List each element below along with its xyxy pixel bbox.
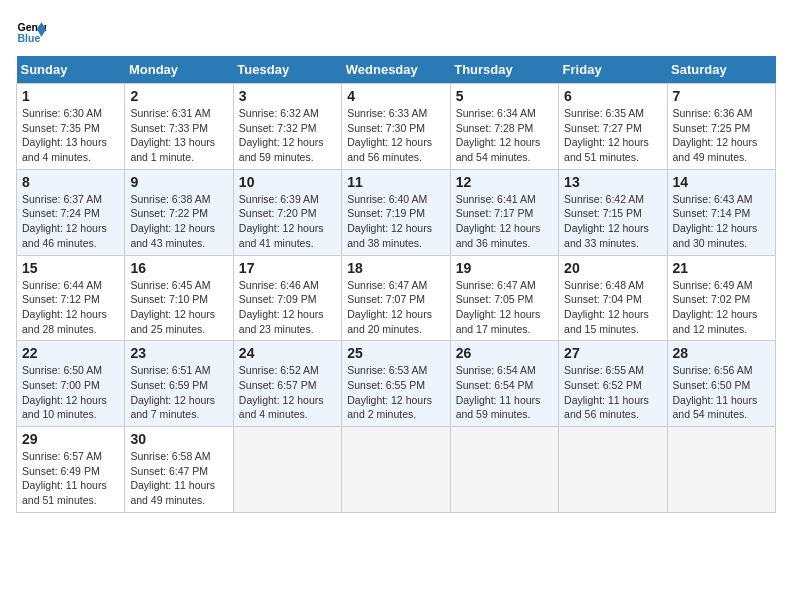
day-number: 28: [673, 345, 770, 361]
day-number: 5: [456, 88, 553, 104]
calendar-day-30: 30Sunrise: 6:58 AMSunset: 6:47 PMDayligh…: [125, 427, 233, 513]
col-header-wednesday: Wednesday: [342, 56, 450, 84]
calendar-day-2: 2Sunrise: 6:31 AMSunset: 7:33 PMDaylight…: [125, 84, 233, 170]
calendar-empty: [233, 427, 341, 513]
col-header-tuesday: Tuesday: [233, 56, 341, 84]
day-info: Sunrise: 6:34 AMSunset: 7:28 PMDaylight:…: [456, 106, 553, 165]
day-info: Sunrise: 6:58 AMSunset: 6:47 PMDaylight:…: [130, 449, 227, 508]
calendar-day-8: 8Sunrise: 6:37 AMSunset: 7:24 PMDaylight…: [17, 169, 125, 255]
col-header-friday: Friday: [559, 56, 667, 84]
calendar-day-24: 24Sunrise: 6:52 AMSunset: 6:57 PMDayligh…: [233, 341, 341, 427]
day-info: Sunrise: 6:46 AMSunset: 7:09 PMDaylight:…: [239, 278, 336, 337]
day-info: Sunrise: 6:44 AMSunset: 7:12 PMDaylight:…: [22, 278, 119, 337]
calendar-day-7: 7Sunrise: 6:36 AMSunset: 7:25 PMDaylight…: [667, 84, 775, 170]
calendar-day-19: 19Sunrise: 6:47 AMSunset: 7:05 PMDayligh…: [450, 255, 558, 341]
calendar-day-29: 29Sunrise: 6:57 AMSunset: 6:49 PMDayligh…: [17, 427, 125, 513]
calendar-day-25: 25Sunrise: 6:53 AMSunset: 6:55 PMDayligh…: [342, 341, 450, 427]
calendar-day-17: 17Sunrise: 6:46 AMSunset: 7:09 PMDayligh…: [233, 255, 341, 341]
day-info: Sunrise: 6:52 AMSunset: 6:57 PMDaylight:…: [239, 363, 336, 422]
day-number: 7: [673, 88, 770, 104]
day-number: 16: [130, 260, 227, 276]
day-info: Sunrise: 6:36 AMSunset: 7:25 PMDaylight:…: [673, 106, 770, 165]
day-number: 21: [673, 260, 770, 276]
day-info: Sunrise: 6:49 AMSunset: 7:02 PMDaylight:…: [673, 278, 770, 337]
day-number: 6: [564, 88, 661, 104]
calendar-day-9: 9Sunrise: 6:38 AMSunset: 7:22 PMDaylight…: [125, 169, 233, 255]
svg-text:Blue: Blue: [18, 32, 41, 44]
day-info: Sunrise: 6:47 AMSunset: 7:07 PMDaylight:…: [347, 278, 444, 337]
day-number: 10: [239, 174, 336, 190]
day-info: Sunrise: 6:47 AMSunset: 7:05 PMDaylight:…: [456, 278, 553, 337]
day-info: Sunrise: 6:55 AMSunset: 6:52 PMDaylight:…: [564, 363, 661, 422]
day-info: Sunrise: 6:43 AMSunset: 7:14 PMDaylight:…: [673, 192, 770, 251]
calendar-day-1: 1Sunrise: 6:30 AMSunset: 7:35 PMDaylight…: [17, 84, 125, 170]
day-info: Sunrise: 6:31 AMSunset: 7:33 PMDaylight:…: [130, 106, 227, 165]
day-info: Sunrise: 6:53 AMSunset: 6:55 PMDaylight:…: [347, 363, 444, 422]
logo-icon: General Blue: [16, 16, 46, 46]
day-number: 18: [347, 260, 444, 276]
calendar-day-11: 11Sunrise: 6:40 AMSunset: 7:19 PMDayligh…: [342, 169, 450, 255]
calendar-day-28: 28Sunrise: 6:56 AMSunset: 6:50 PMDayligh…: [667, 341, 775, 427]
calendar-table: SundayMondayTuesdayWednesdayThursdayFrid…: [16, 56, 776, 513]
day-info: Sunrise: 6:56 AMSunset: 6:50 PMDaylight:…: [673, 363, 770, 422]
page-header: General Blue: [16, 16, 776, 46]
logo: General Blue: [16, 16, 46, 46]
day-number: 3: [239, 88, 336, 104]
calendar-day-16: 16Sunrise: 6:45 AMSunset: 7:10 PMDayligh…: [125, 255, 233, 341]
day-info: Sunrise: 6:38 AMSunset: 7:22 PMDaylight:…: [130, 192, 227, 251]
day-number: 13: [564, 174, 661, 190]
day-number: 27: [564, 345, 661, 361]
day-info: Sunrise: 6:32 AMSunset: 7:32 PMDaylight:…: [239, 106, 336, 165]
day-number: 2: [130, 88, 227, 104]
calendar-empty: [342, 427, 450, 513]
calendar-day-22: 22Sunrise: 6:50 AMSunset: 7:00 PMDayligh…: [17, 341, 125, 427]
day-info: Sunrise: 6:57 AMSunset: 6:49 PMDaylight:…: [22, 449, 119, 508]
calendar-day-3: 3Sunrise: 6:32 AMSunset: 7:32 PMDaylight…: [233, 84, 341, 170]
day-number: 17: [239, 260, 336, 276]
day-number: 24: [239, 345, 336, 361]
calendar-day-20: 20Sunrise: 6:48 AMSunset: 7:04 PMDayligh…: [559, 255, 667, 341]
day-number: 14: [673, 174, 770, 190]
col-header-monday: Monday: [125, 56, 233, 84]
day-number: 8: [22, 174, 119, 190]
calendar-day-26: 26Sunrise: 6:54 AMSunset: 6:54 PMDayligh…: [450, 341, 558, 427]
day-info: Sunrise: 6:54 AMSunset: 6:54 PMDaylight:…: [456, 363, 553, 422]
day-number: 29: [22, 431, 119, 447]
calendar-day-13: 13Sunrise: 6:42 AMSunset: 7:15 PMDayligh…: [559, 169, 667, 255]
day-number: 22: [22, 345, 119, 361]
day-info: Sunrise: 6:35 AMSunset: 7:27 PMDaylight:…: [564, 106, 661, 165]
day-number: 23: [130, 345, 227, 361]
day-number: 11: [347, 174, 444, 190]
calendar-empty: [559, 427, 667, 513]
day-info: Sunrise: 6:33 AMSunset: 7:30 PMDaylight:…: [347, 106, 444, 165]
day-info: Sunrise: 6:42 AMSunset: 7:15 PMDaylight:…: [564, 192, 661, 251]
calendar-day-18: 18Sunrise: 6:47 AMSunset: 7:07 PMDayligh…: [342, 255, 450, 341]
calendar-day-14: 14Sunrise: 6:43 AMSunset: 7:14 PMDayligh…: [667, 169, 775, 255]
day-number: 4: [347, 88, 444, 104]
day-number: 26: [456, 345, 553, 361]
calendar-empty: [450, 427, 558, 513]
day-info: Sunrise: 6:40 AMSunset: 7:19 PMDaylight:…: [347, 192, 444, 251]
day-number: 30: [130, 431, 227, 447]
calendar-day-12: 12Sunrise: 6:41 AMSunset: 7:17 PMDayligh…: [450, 169, 558, 255]
day-info: Sunrise: 6:37 AMSunset: 7:24 PMDaylight:…: [22, 192, 119, 251]
calendar-empty: [667, 427, 775, 513]
day-number: 19: [456, 260, 553, 276]
day-info: Sunrise: 6:39 AMSunset: 7:20 PMDaylight:…: [239, 192, 336, 251]
day-info: Sunrise: 6:48 AMSunset: 7:04 PMDaylight:…: [564, 278, 661, 337]
day-info: Sunrise: 6:41 AMSunset: 7:17 PMDaylight:…: [456, 192, 553, 251]
col-header-thursday: Thursday: [450, 56, 558, 84]
day-number: 12: [456, 174, 553, 190]
day-number: 15: [22, 260, 119, 276]
day-number: 9: [130, 174, 227, 190]
calendar-day-6: 6Sunrise: 6:35 AMSunset: 7:27 PMDaylight…: [559, 84, 667, 170]
day-number: 25: [347, 345, 444, 361]
calendar-day-21: 21Sunrise: 6:49 AMSunset: 7:02 PMDayligh…: [667, 255, 775, 341]
calendar-day-10: 10Sunrise: 6:39 AMSunset: 7:20 PMDayligh…: [233, 169, 341, 255]
calendar-day-4: 4Sunrise: 6:33 AMSunset: 7:30 PMDaylight…: [342, 84, 450, 170]
calendar-day-23: 23Sunrise: 6:51 AMSunset: 6:59 PMDayligh…: [125, 341, 233, 427]
day-number: 1: [22, 88, 119, 104]
day-info: Sunrise: 6:51 AMSunset: 6:59 PMDaylight:…: [130, 363, 227, 422]
day-info: Sunrise: 6:30 AMSunset: 7:35 PMDaylight:…: [22, 106, 119, 165]
col-header-sunday: Sunday: [17, 56, 125, 84]
